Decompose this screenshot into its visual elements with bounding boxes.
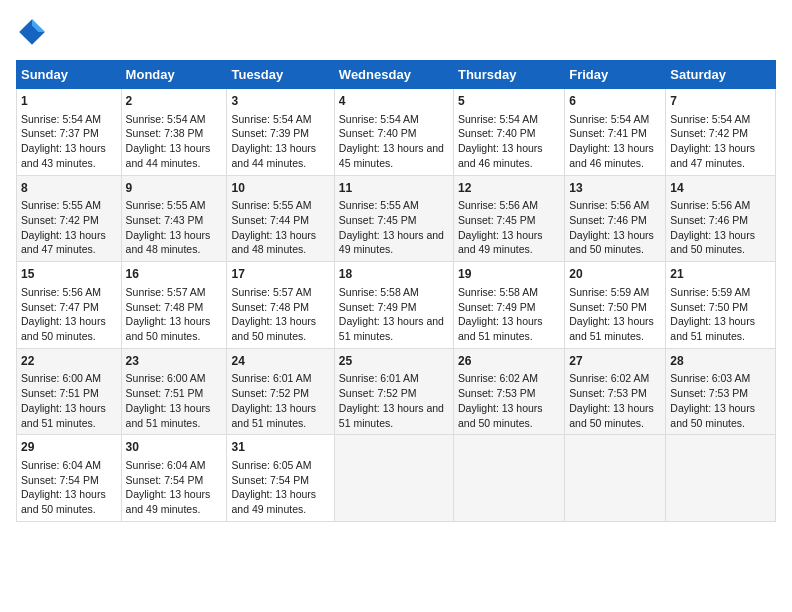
sunrise-text: Sunrise: 6:00 AM — [21, 372, 101, 384]
daylight-text: Daylight: 13 hours and 50 minutes. — [126, 315, 211, 342]
sunrise-text: Sunrise: 5:56 AM — [569, 199, 649, 211]
sunset-text: Sunset: 7:49 PM — [339, 301, 417, 313]
sunrise-text: Sunrise: 5:56 AM — [21, 286, 101, 298]
sunset-text: Sunset: 7:38 PM — [126, 127, 204, 139]
daylight-text: Daylight: 13 hours and 44 minutes. — [126, 142, 211, 169]
day-header-wednesday: Wednesday — [334, 61, 453, 89]
daylight-text: Daylight: 13 hours and 44 minutes. — [231, 142, 316, 169]
daylight-text: Daylight: 13 hours and 50 minutes. — [569, 229, 654, 256]
calendar-cell — [666, 435, 776, 522]
calendar-cell: 13Sunrise: 5:56 AMSunset: 7:46 PMDayligh… — [565, 175, 666, 262]
calendar-cell: 7Sunrise: 5:54 AMSunset: 7:42 PMDaylight… — [666, 89, 776, 176]
sunset-text: Sunset: 7:53 PM — [569, 387, 647, 399]
daylight-text: Daylight: 13 hours and 46 minutes. — [458, 142, 543, 169]
daylight-text: Daylight: 13 hours and 51 minutes. — [458, 315, 543, 342]
calendar-cell: 10Sunrise: 5:55 AMSunset: 7:44 PMDayligh… — [227, 175, 334, 262]
sunrise-text: Sunrise: 5:58 AM — [458, 286, 538, 298]
calendar-cell: 17Sunrise: 5:57 AMSunset: 7:48 PMDayligh… — [227, 262, 334, 349]
day-number: 8 — [21, 180, 117, 197]
day-header-tuesday: Tuesday — [227, 61, 334, 89]
sunrise-text: Sunrise: 6:02 AM — [569, 372, 649, 384]
calendar-cell: 23Sunrise: 6:00 AMSunset: 7:51 PMDayligh… — [121, 348, 227, 435]
sunrise-text: Sunrise: 6:02 AM — [458, 372, 538, 384]
week-row-5: 29Sunrise: 6:04 AMSunset: 7:54 PMDayligh… — [17, 435, 776, 522]
day-number: 21 — [670, 266, 771, 283]
sunset-text: Sunset: 7:54 PM — [21, 474, 99, 486]
sunrise-text: Sunrise: 5:55 AM — [339, 199, 419, 211]
sunrise-text: Sunrise: 6:04 AM — [126, 459, 206, 471]
daylight-text: Daylight: 13 hours and 51 minutes. — [21, 402, 106, 429]
day-number: 24 — [231, 353, 329, 370]
calendar-cell: 19Sunrise: 5:58 AMSunset: 7:49 PMDayligh… — [453, 262, 564, 349]
sunset-text: Sunset: 7:42 PM — [21, 214, 99, 226]
calendar-table: SundayMondayTuesdayWednesdayThursdayFrid… — [16, 60, 776, 522]
day-number: 9 — [126, 180, 223, 197]
daylight-text: Daylight: 13 hours and 50 minutes. — [21, 488, 106, 515]
sunrise-text: Sunrise: 6:03 AM — [670, 372, 750, 384]
sunrise-text: Sunrise: 5:56 AM — [670, 199, 750, 211]
sunrise-text: Sunrise: 6:04 AM — [21, 459, 101, 471]
day-number: 25 — [339, 353, 449, 370]
sunset-text: Sunset: 7:48 PM — [126, 301, 204, 313]
week-row-4: 22Sunrise: 6:00 AMSunset: 7:51 PMDayligh… — [17, 348, 776, 435]
sunrise-text: Sunrise: 5:55 AM — [231, 199, 311, 211]
sunset-text: Sunset: 7:40 PM — [339, 127, 417, 139]
sunset-text: Sunset: 7:39 PM — [231, 127, 309, 139]
header-row: SundayMondayTuesdayWednesdayThursdayFrid… — [17, 61, 776, 89]
daylight-text: Daylight: 13 hours and 47 minutes. — [21, 229, 106, 256]
day-number: 30 — [126, 439, 223, 456]
sunrise-text: Sunrise: 6:00 AM — [126, 372, 206, 384]
sunset-text: Sunset: 7:50 PM — [569, 301, 647, 313]
daylight-text: Daylight: 13 hours and 47 minutes. — [670, 142, 755, 169]
day-header-friday: Friday — [565, 61, 666, 89]
calendar-cell: 15Sunrise: 5:56 AMSunset: 7:47 PMDayligh… — [17, 262, 122, 349]
sunrise-text: Sunrise: 5:54 AM — [21, 113, 101, 125]
logo-icon — [16, 16, 48, 48]
day-number: 28 — [670, 353, 771, 370]
sunrise-text: Sunrise: 5:56 AM — [458, 199, 538, 211]
sunset-text: Sunset: 7:37 PM — [21, 127, 99, 139]
sunrise-text: Sunrise: 5:59 AM — [670, 286, 750, 298]
day-number: 15 — [21, 266, 117, 283]
sunset-text: Sunset: 7:52 PM — [339, 387, 417, 399]
day-number: 20 — [569, 266, 661, 283]
day-header-thursday: Thursday — [453, 61, 564, 89]
sunrise-text: Sunrise: 5:54 AM — [126, 113, 206, 125]
week-row-1: 1Sunrise: 5:54 AMSunset: 7:37 PMDaylight… — [17, 89, 776, 176]
sunrise-text: Sunrise: 6:05 AM — [231, 459, 311, 471]
sunset-text: Sunset: 7:53 PM — [670, 387, 748, 399]
day-number: 16 — [126, 266, 223, 283]
calendar-cell: 21Sunrise: 5:59 AMSunset: 7:50 PMDayligh… — [666, 262, 776, 349]
sunrise-text: Sunrise: 5:58 AM — [339, 286, 419, 298]
calendar-cell: 9Sunrise: 5:55 AMSunset: 7:43 PMDaylight… — [121, 175, 227, 262]
sunrise-text: Sunrise: 5:54 AM — [339, 113, 419, 125]
daylight-text: Daylight: 13 hours and 51 minutes. — [126, 402, 211, 429]
day-number: 29 — [21, 439, 117, 456]
daylight-text: Daylight: 13 hours and 49 minutes. — [231, 488, 316, 515]
day-number: 3 — [231, 93, 329, 110]
daylight-text: Daylight: 13 hours and 50 minutes. — [458, 402, 543, 429]
calendar-cell: 1Sunrise: 5:54 AMSunset: 7:37 PMDaylight… — [17, 89, 122, 176]
daylight-text: Daylight: 13 hours and 48 minutes. — [231, 229, 316, 256]
sunset-text: Sunset: 7:40 PM — [458, 127, 536, 139]
day-number: 11 — [339, 180, 449, 197]
calendar-cell: 22Sunrise: 6:00 AMSunset: 7:51 PMDayligh… — [17, 348, 122, 435]
daylight-text: Daylight: 13 hours and 50 minutes. — [569, 402, 654, 429]
calendar-cell: 24Sunrise: 6:01 AMSunset: 7:52 PMDayligh… — [227, 348, 334, 435]
sunrise-text: Sunrise: 5:54 AM — [670, 113, 750, 125]
calendar-cell: 6Sunrise: 5:54 AMSunset: 7:41 PMDaylight… — [565, 89, 666, 176]
sunset-text: Sunset: 7:45 PM — [458, 214, 536, 226]
sunset-text: Sunset: 7:46 PM — [569, 214, 647, 226]
day-number: 6 — [569, 93, 661, 110]
day-number: 14 — [670, 180, 771, 197]
day-number: 5 — [458, 93, 560, 110]
sunset-text: Sunset: 7:44 PM — [231, 214, 309, 226]
calendar-cell — [334, 435, 453, 522]
logo — [16, 16, 52, 48]
sunset-text: Sunset: 7:53 PM — [458, 387, 536, 399]
sunset-text: Sunset: 7:51 PM — [126, 387, 204, 399]
calendar-cell: 27Sunrise: 6:02 AMSunset: 7:53 PMDayligh… — [565, 348, 666, 435]
daylight-text: Daylight: 13 hours and 51 minutes. — [670, 315, 755, 342]
day-number: 4 — [339, 93, 449, 110]
calendar-cell: 14Sunrise: 5:56 AMSunset: 7:46 PMDayligh… — [666, 175, 776, 262]
